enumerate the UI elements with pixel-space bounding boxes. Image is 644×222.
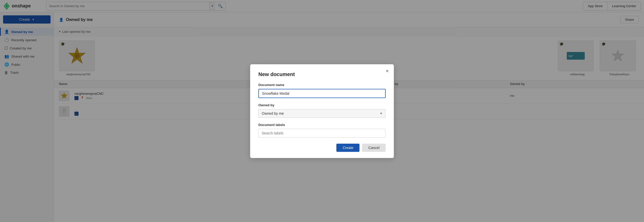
modal-create-button[interactable]: Create bbox=[336, 144, 359, 152]
modal-cancel-button[interactable]: Cancel bbox=[362, 144, 386, 152]
document-labels-group: Document labels bbox=[258, 123, 386, 138]
owned-by-select[interactable]: Owned by me bbox=[258, 109, 386, 118]
modal-close-button[interactable]: × bbox=[386, 68, 389, 73]
document-name-label: Document name bbox=[258, 83, 386, 87]
owned-by-select-wrapper: Owned by me ▼ bbox=[258, 109, 386, 118]
owned-by-group: Owned by Owned by me ▼ bbox=[258, 103, 386, 118]
modal-overlay: New document × Document name Owned by Ow… bbox=[0, 0, 644, 222]
document-labels-input[interactable] bbox=[258, 129, 386, 138]
owned-by-label: Owned by bbox=[258, 103, 386, 107]
modal-actions: Create Cancel bbox=[258, 144, 386, 152]
modal-title: New document bbox=[258, 71, 386, 77]
document-name-input[interactable] bbox=[258, 89, 386, 98]
document-name-group: Document name bbox=[258, 83, 386, 98]
document-labels-label: Document labels bbox=[258, 123, 386, 127]
new-document-modal: New document × Document name Owned by Ow… bbox=[250, 64, 394, 158]
